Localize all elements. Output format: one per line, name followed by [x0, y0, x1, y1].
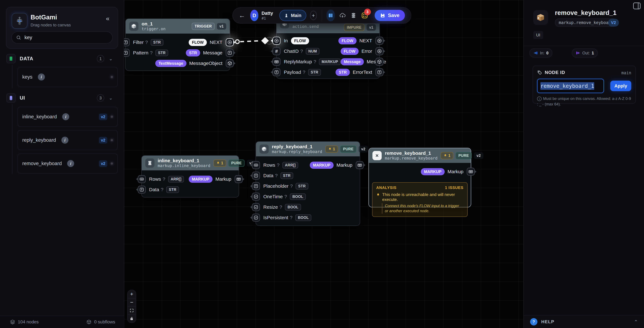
drag-handle-dot[interactable]	[111, 162, 113, 165]
warning-badge: 1	[325, 146, 338, 153]
canvas-stats-bar: 104 nodes 0 subflows	[0, 316, 124, 328]
info-icon[interactable]: i	[62, 137, 68, 144]
cube-icon	[129, 22, 138, 31]
section-data-header[interactable]: DATA 1 ⌄	[6, 54, 118, 63]
save-button[interactable]: Save	[375, 10, 405, 21]
object-port-icon[interactable]	[376, 58, 384, 66]
add-flow-button[interactable]: +	[310, 11, 317, 20]
node-remove-keyboard-1[interactable]: remove_keyboard_1 markup.remove_keyboard…	[368, 148, 471, 208]
node-reply-keyboard-1[interactable]: reply_keyboard_1 markup.reply_keyboard 1…	[256, 141, 360, 226]
info-icon[interactable]: i	[67, 160, 74, 167]
version-badge: v1	[366, 24, 376, 31]
node-id-input[interactable]: remove_keyboard_1	[537, 79, 604, 93]
flow-canvas[interactable]: on_1 trigger.on TRIGGER v1 Filter? STR F…	[124, 0, 524, 328]
drag-handle-dot[interactable]	[111, 139, 113, 141]
node-inline-keyboard-1[interactable]: inline_keyboard_1 markup.inline_keyboard…	[141, 155, 239, 198]
chevron-down-icon[interactable]: ⌄	[109, 96, 113, 101]
rows-stack-icon	[145, 158, 154, 168]
bool-port-icon[interactable]	[252, 214, 260, 222]
analysis-panel: ANALYSIS 1 ISSUES This node is unreachab…	[372, 182, 468, 217]
flow-chip: FLOW	[340, 48, 359, 55]
zoom-out-button[interactable]: −	[128, 298, 136, 307]
section-ui-header[interactable]: UI 3 ⌄	[6, 93, 118, 102]
info-icon[interactable]: i	[62, 113, 69, 120]
columns-icon	[328, 12, 334, 18]
node-header[interactable]: reply_keyboard_1 markup.reply_keyboard 1…	[256, 142, 360, 156]
section-count: 1	[97, 55, 104, 62]
string-port-icon[interactable]	[272, 68, 280, 76]
flow-port-icon[interactable]	[376, 37, 384, 45]
sidebar-header-card: BotGami Drag nodes to canvas «	[6, 7, 118, 49]
back-button[interactable]: ←	[239, 12, 245, 19]
zoom-controls: + −	[127, 290, 136, 323]
version-badge: v2	[358, 146, 368, 152]
tab-main-flow[interactable]: Main	[279, 10, 306, 21]
node-action-send[interactable]: action.send IMPURE v1 In FLOW FLOW NEXT	[276, 14, 380, 79]
in-label: In:	[540, 51, 544, 55]
search-box[interactable]	[12, 32, 113, 44]
array-port-icon[interactable]	[138, 175, 146, 183]
array-port-icon[interactable]	[252, 161, 260, 169]
chevron-up-icon[interactable]: ⌃	[634, 319, 638, 325]
markup-port-icon[interactable]	[356, 161, 364, 169]
node-row: Data? STR	[142, 184, 239, 195]
string-port-icon[interactable]	[226, 49, 234, 57]
node-inspector-panel: remove_keyboard_1 markup.remove_keyboard…	[524, 0, 644, 328]
zoom-in-button[interactable]: +	[128, 290, 136, 298]
database-icon	[6, 54, 16, 63]
node-row: MARKUP Markup	[369, 166, 471, 177]
palette-item-inline-keyboard[interactable]: inline_keyboard i v2	[18, 107, 118, 127]
lock-canvas-button[interactable]	[128, 315, 136, 323]
string-port-icon[interactable]	[138, 186, 146, 194]
markup-port-icon[interactable]	[235, 175, 242, 183]
data-layers-button[interactable]	[350, 11, 357, 20]
palette-item-keys[interactable]: keys i	[18, 67, 118, 87]
output-label: Error	[362, 48, 372, 54]
apply-button[interactable]: Apply	[610, 81, 631, 91]
palette-item-remove-keyboard[interactable]: remove_keyboard i v2	[18, 154, 118, 174]
input-label: In	[284, 38, 288, 44]
flow-port-icon[interactable]	[226, 38, 234, 46]
in-value: 0	[546, 51, 548, 55]
package-icon	[533, 10, 548, 25]
flow-port-icon[interactable]	[272, 37, 280, 45]
node-on-1[interactable]: on_1 trigger.on TRIGGER v1 Filter? STR F…	[125, 18, 230, 71]
fit-view-button[interactable]	[128, 306, 136, 315]
string-port-icon[interactable]	[252, 172, 260, 180]
output-label: Markup	[336, 162, 352, 168]
bool-port-icon[interactable]	[252, 193, 260, 200]
palette-item-reply-keyboard[interactable]: reply_keyboard i v2	[18, 130, 118, 150]
collapse-sidebar-button[interactable]: «	[106, 15, 110, 22]
message-chip: Message	[340, 58, 364, 66]
version-badge: v2	[474, 152, 483, 159]
markup-port-icon[interactable]	[272, 58, 280, 66]
string-port-icon[interactable]	[376, 68, 384, 76]
issues-checklist-button[interactable]: 3	[361, 11, 368, 20]
drag-handle-dot[interactable]	[111, 116, 113, 118]
node-title: reply_keyboard_1	[272, 144, 322, 150]
collapse-panel-icon[interactable]	[633, 2, 640, 9]
node-id-title: NODE ID	[545, 70, 565, 75]
node-header[interactable]: on_1 trigger.on TRIGGER v1	[126, 19, 230, 34]
markup-chip: MARKUP	[310, 162, 334, 169]
cloud-sync-button[interactable]	[339, 11, 346, 20]
string-port-icon[interactable]	[252, 182, 260, 190]
split-view-button[interactable]	[326, 10, 335, 21]
node-header[interactable]: remove_keyboard_1 markup.remove_keyboard…	[369, 148, 471, 163]
search-input[interactable]	[24, 35, 104, 40]
save-label: Save	[388, 12, 400, 18]
type-chip: STR	[296, 183, 308, 190]
out-label: Out:	[582, 51, 590, 55]
bool-port-icon[interactable]	[252, 203, 260, 211]
node-header[interactable]: inline_keyboard_1 markup.inline_keyboard…	[142, 156, 239, 170]
flow-port-icon[interactable]	[376, 47, 384, 55]
object-port-icon[interactable]	[226, 59, 234, 67]
chevron-down-icon[interactable]: ⌄	[109, 56, 113, 62]
info-icon[interactable]: i	[38, 74, 45, 80]
help-footer[interactable]: ? HELP ⌃	[524, 315, 644, 328]
markup-port-icon[interactable]	[467, 168, 475, 176]
drag-handle-dot[interactable]	[111, 76, 113, 78]
input-label: ChatID	[284, 48, 298, 54]
bot-avatar[interactable]: D	[250, 10, 258, 21]
number-port-icon[interactable]: #	[272, 47, 280, 55]
